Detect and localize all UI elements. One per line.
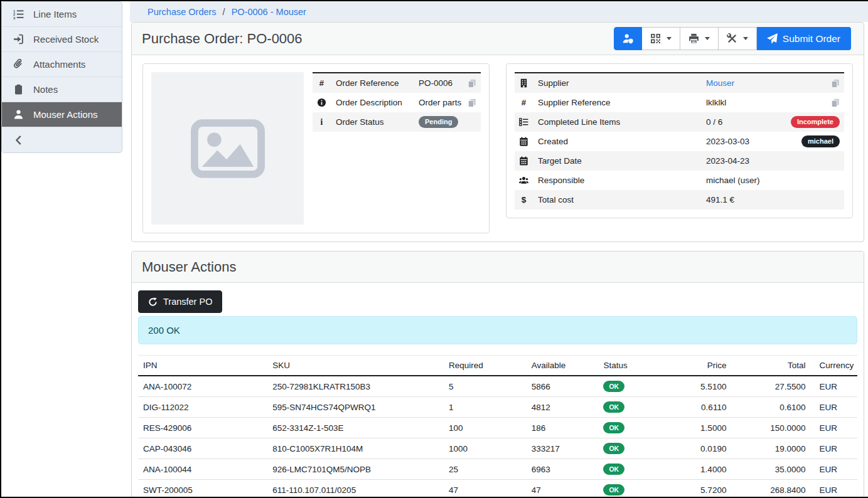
page-title: Purchase Order: PO-0006	[142, 31, 303, 47]
sidebar-item-label: Attachments	[33, 59, 85, 70]
detail-value: 0 / 6	[706, 117, 722, 127]
column-header: IPN	[138, 356, 267, 376]
main-content: Purchase Orders / PO-0006 - Mouser Purch…	[130, 1, 868, 497]
sidebar-item-line-items[interactable]: 123 Line Items	[2, 2, 122, 27]
caret-down-icon	[705, 37, 710, 40]
copy-icon[interactable]	[831, 98, 840, 107]
cell-available: 5866	[527, 376, 599, 397]
hashtag-icon: #	[317, 78, 336, 88]
column-header: SKU	[267, 356, 444, 376]
status-badge: michael	[801, 135, 840, 148]
order-image-placeholder[interactable]	[151, 72, 304, 225]
cell-available: 47	[527, 480, 599, 498]
ok-badge: OK	[603, 464, 624, 475]
copy-icon[interactable]	[831, 79, 840, 88]
detail-label: Order Status	[336, 117, 419, 127]
cell-status: OK	[598, 397, 667, 418]
cell-available: 6963	[527, 459, 599, 480]
detail-value: 491.1 €	[706, 195, 734, 204]
cell-ipn: CAP-043046	[138, 438, 267, 459]
cell-total: 19.0000	[731, 438, 810, 459]
building-icon	[519, 78, 538, 88]
ok-badge: OK	[603, 422, 624, 433]
table-header: IPNSKURequiredAvailableStatusPriceTotalC…	[138, 356, 857, 376]
cell-ipn: DIG-112022	[138, 397, 267, 418]
cell-ipn: SWT-200005	[138, 480, 267, 498]
supplier-link[interactable]: Mouser	[706, 78, 734, 88]
clipboard-icon	[12, 84, 24, 95]
submit-order-label: Submit Order	[783, 33, 840, 45]
submit-order-button[interactable]: Submit Order	[757, 27, 851, 50]
print-actions-button[interactable]	[680, 27, 719, 50]
cell-total: 150.0000	[731, 418, 810, 438]
cell-currency: EUR	[810, 418, 857, 438]
detail-value: michael (user)	[706, 176, 760, 185]
mouser-actions-panel: Mouser Actions Transfer PO 200 OK IPNSKU…	[131, 251, 864, 498]
detail-value: Order parts	[419, 98, 461, 107]
chevron-left-icon	[12, 135, 24, 146]
copy-icon[interactable]	[468, 98, 476, 107]
cell-price: 5.5100	[667, 376, 731, 397]
detail-value: 2023-04-23	[706, 156, 749, 166]
printer-icon	[689, 33, 699, 44]
cell-currency: EUR	[810, 459, 857, 480]
detail-row: $Total cost491.1 €	[515, 190, 844, 209]
cell-total: 268.8400	[731, 480, 810, 498]
detail-row: Target Date2023-04-23	[515, 151, 844, 171]
cell-sku: 926-LMC7101QM5/NOPB	[267, 459, 444, 480]
table-row: DIG-112022595-SN74HCS74QPWRQ114812OK0.61…	[138, 397, 857, 418]
cell-sku: 611-110.107.011/0205	[267, 480, 444, 498]
dollar-icon: $	[519, 195, 538, 204]
column-header: Total	[731, 356, 810, 376]
detail-row: #Supplier Referencelklklkl	[515, 93, 844, 112]
column-header: Price	[667, 356, 731, 376]
cell-required: 100	[444, 418, 527, 438]
sidebar-item-mouser-actions[interactable]: Mouser Actions	[2, 102, 122, 127]
detail-label: Supplier	[538, 78, 706, 88]
qrcode-icon	[650, 33, 661, 44]
cell-price: 0.0190	[667, 438, 731, 459]
user-icon	[12, 109, 24, 120]
breadcrumb: Purchase Orders / PO-0006 - Mouser	[130, 1, 868, 22]
transfer-po-button[interactable]: Transfer PO	[138, 290, 222, 313]
detail-label: Total cost	[538, 195, 706, 204]
breadcrumb-link-po[interactable]: PO-0006 - Mouser	[232, 7, 306, 17]
order-details-card: #Order ReferencePO-0006Order Description…	[142, 63, 490, 233]
purchase-order-panel-heading: Purchase Order: PO-0006	[132, 23, 864, 55]
detail-row: Created2023-03-03michael	[515, 132, 844, 151]
rotate-icon	[148, 297, 158, 307]
ok-badge: OK	[603, 443, 624, 454]
cell-sku: 652-3314Z-1-503E	[267, 418, 444, 438]
sidebar-collapse-button[interactable]	[2, 127, 122, 152]
barcode-actions-button[interactable]	[642, 27, 680, 50]
detail-label: Order Reference	[336, 78, 419, 88]
order-actions-button[interactable]	[719, 27, 757, 50]
sidebar-item-label: Line Items	[33, 9, 77, 19]
cell-price: 1.4000	[667, 459, 731, 480]
cell-total: 27.5500	[731, 376, 810, 397]
cell-price: 5.7200	[667, 480, 731, 498]
cell-required: 1000	[444, 438, 527, 459]
status-badge: Pending	[419, 116, 458, 129]
info-circle-icon	[317, 98, 336, 107]
sidebar-item-attachments[interactable]: Attachments	[2, 52, 122, 77]
breadcrumb-link-purchase-orders[interactable]: Purchase Orders	[147, 7, 217, 17]
detail-label: Completed Line Items	[538, 117, 706, 127]
caret-down-icon	[667, 37, 672, 40]
cell-status: OK	[598, 418, 667, 438]
cell-required: 1	[444, 397, 527, 418]
detail-row: iOrder StatusPending	[313, 112, 481, 132]
image-placeholder-icon	[191, 119, 265, 178]
detail-label: Target Date	[538, 156, 706, 166]
sidebar-item-received-stock[interactable]: Received Stock	[2, 27, 122, 52]
cell-sku: 810-C1005X7R1H104M	[267, 438, 444, 459]
column-header: Currency	[810, 356, 857, 376]
admin-button[interactable]	[614, 27, 642, 50]
sidebar-item-notes[interactable]: Notes	[2, 77, 122, 102]
hashtag-icon: #	[519, 98, 538, 107]
breadcrumb-separator: /	[223, 7, 225, 17]
copy-icon[interactable]	[468, 79, 476, 88]
cell-currency: EUR	[810, 376, 857, 397]
purchase-order-panel-body: #Order ReferencePO-0006Order Description…	[132, 55, 864, 241]
cell-ipn: ANA-100072	[138, 376, 267, 397]
